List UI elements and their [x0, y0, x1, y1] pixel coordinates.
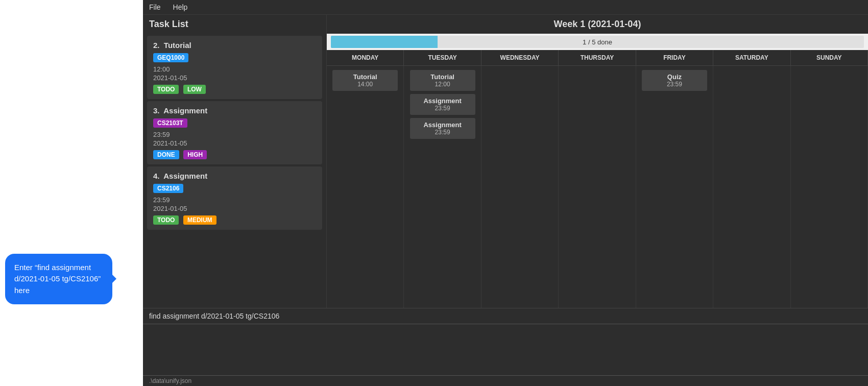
left-panel: Enter “find assignment d/2021-01-05 tg/C… [0, 0, 143, 386]
cal-event-tue-3[interactable]: Assignment 23:59 [410, 118, 475, 139]
task-list-panel: Task List 2. Tutorial GEQ1000 12:00 2021… [143, 15, 327, 308]
task-card-4[interactable]: 4. Assignment CS2106 23:59 2021-01-05 TO… [147, 166, 322, 230]
task-time-4: 23:59 [153, 196, 316, 204]
cal-day-wednesday [481, 66, 559, 308]
bottom-area: .\data\unify.json [143, 308, 868, 386]
calendar-container: MONDAY TUESDAY WEDNESDAY THURSDAY FRIDAY… [327, 50, 868, 308]
priority-low-2: LOW [183, 85, 206, 94]
menu-file[interactable]: File [147, 2, 163, 12]
progress-bar-container: 1 / 5 done [327, 34, 868, 50]
tooltip-bubble: Enter “find assignment d/2021-01-05 tg/C… [5, 254, 112, 305]
cal-header-wednesday: WEDNESDAY [481, 50, 559, 66]
cal-day-monday: Tutorial 14:00 [327, 66, 404, 308]
cal-event-tue-2-time: 23:59 [414, 105, 471, 112]
calendar-panel: Week 1 (2021-01-04) 1 / 5 done MONDAY [327, 15, 868, 308]
split-pane: Task List 2. Tutorial GEQ1000 12:00 2021… [143, 15, 868, 308]
app-container: File Help Task List 2. Tutorial GEQ1000 … [143, 0, 868, 386]
content-area: Task List 2. Tutorial GEQ1000 12:00 2021… [143, 15, 868, 386]
task-card-2[interactable]: 2. Tutorial GEQ1000 12:00 2021-01-05 TOD… [147, 36, 322, 99]
cal-headers-row: MONDAY TUESDAY WEDNESDAY THURSDAY FRIDAY… [327, 50, 868, 66]
status-todo-4: TODO [153, 215, 179, 225]
cal-event-fri-1-time: 23:59 [646, 81, 703, 88]
tag-cs2106: CS2106 [153, 184, 183, 193]
cal-day-friday: Quiz 23:59 [636, 66, 713, 308]
cal-event-tue-3-time: 23:59 [414, 129, 471, 136]
menubar: File Help [143, 0, 868, 15]
cal-event-tue-1-title: Tutorial [414, 73, 471, 81]
task-date-4: 2021-01-05 [153, 205, 316, 212]
priority-medium-4: MEDIUM [183, 215, 216, 225]
cal-day-saturday [713, 66, 790, 308]
cal-event-fri-1[interactable]: Quiz 23:59 [642, 70, 707, 91]
tooltip-text: Enter “find assignment d/2021-01-05 tg/C… [14, 263, 101, 295]
cal-event-tue-1[interactable]: Tutorial 12:00 [410, 70, 475, 91]
status-done-3: DONE [153, 150, 179, 159]
command-input[interactable] [149, 312, 862, 320]
cal-day-tuesday: Tutorial 12:00 Assignment 23:59 Assignme… [404, 66, 481, 308]
status-bar: .\data\unify.json [143, 375, 868, 386]
cal-day-sunday [791, 66, 868, 308]
cal-header-saturday: SATURDAY [713, 50, 790, 66]
cal-header-friday: FRIDAY [636, 50, 713, 66]
task-title-2: 2. Tutorial [153, 41, 316, 50]
task-title-4: 4. Assignment [153, 172, 316, 180]
task-date-2: 2021-01-05 [153, 74, 316, 82]
task-card-3[interactable]: 3. Assignment CS2103T 23:59 2021-01-05 D… [147, 101, 322, 164]
task-time-3: 23:59 [153, 131, 316, 138]
status-todo-2: TODO [153, 85, 179, 94]
cal-body: Tutorial 14:00 Tutorial 12:00 Assignm [327, 66, 868, 308]
cal-header-thursday: THURSDAY [559, 50, 636, 66]
status-path: .\data\unify.json [149, 377, 191, 384]
command-input-area [143, 308, 868, 324]
progress-bar-track: 1 / 5 done [331, 36, 864, 48]
cal-header-tuesday: TUESDAY [404, 50, 481, 66]
task-list-header: Task List [143, 15, 326, 34]
cal-event-tue-1-time: 12:00 [414, 81, 471, 88]
progress-bar-label: 1 / 5 done [331, 36, 864, 48]
task-time-2: 12:00 [153, 65, 316, 73]
cal-header-monday: MONDAY [327, 50, 404, 66]
calendar-week-title: Week 1 (2021-01-04) [327, 15, 868, 34]
cal-header-sunday: SUNDAY [791, 50, 868, 66]
task-list-scroll[interactable]: 2. Tutorial GEQ1000 12:00 2021-01-05 TOD… [143, 34, 326, 308]
cal-event-mon-1-time: 14:00 [336, 81, 394, 88]
progress-wrapper: 1 / 5 done [331, 36, 864, 48]
command-output-area [143, 324, 868, 375]
menu-help[interactable]: Help [171, 2, 190, 12]
cal-event-mon-1-title: Tutorial [336, 73, 394, 81]
cal-event-tue-2[interactable]: Assignment 23:59 [410, 94, 475, 115]
task-date-3: 2021-01-05 [153, 139, 316, 147]
cal-day-thursday [559, 66, 636, 308]
task-title-3: 3. Assignment [153, 106, 316, 115]
cal-event-mon-1[interactable]: Tutorial 14:00 [332, 70, 398, 91]
cal-event-tue-3-title: Assignment [414, 121, 471, 129]
tag-geq1000: GEQ1000 [153, 53, 188, 62]
priority-high-3: HIGH [183, 150, 207, 159]
cal-event-fri-1-title: Quiz [646, 73, 703, 81]
cal-event-tue-2-title: Assignment [414, 97, 471, 105]
tag-cs2103t: CS2103T [153, 118, 187, 128]
